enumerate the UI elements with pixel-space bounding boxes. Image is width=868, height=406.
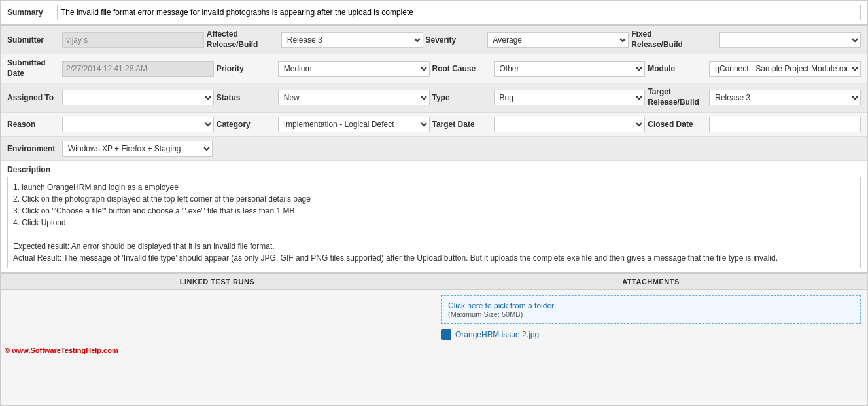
- linked-test-runs-header: LINKED TEST RUNS: [1, 274, 434, 290]
- priority-label: Priority: [217, 64, 275, 73]
- attachment-dropzone[interactable]: Click here to pick from a folder (Maximu…: [441, 295, 861, 324]
- target-release-select[interactable]: Release 3: [709, 90, 861, 105]
- watermark: © www.SoftwareTestingHelp.com: [1, 345, 867, 356]
- category-select[interactable]: Implementation - Logical Defect: [278, 117, 430, 132]
- priority-select[interactable]: Medium: [278, 61, 430, 77]
- environment-select[interactable]: Windows XP + Firefox + Staging: [62, 141, 213, 157]
- linked-test-runs-content: [1, 290, 434, 342]
- summary-row: Summary: [1, 1, 867, 26]
- max-size-text: (Maximum Size: 50MB): [448, 310, 854, 318]
- description-section: Description 1. launch OrangeHRM and logi…: [1, 161, 867, 273]
- target-release-label: Target Release/Build: [648, 87, 706, 107]
- reason-select[interactable]: [62, 117, 214, 132]
- closeddate-input[interactable]: [709, 117, 861, 132]
- targetdate-label: Target Date: [432, 120, 491, 129]
- rootcause-label: Root Cause: [432, 64, 491, 73]
- row-reason: Reason Category Implementation - Logical…: [1, 113, 867, 137]
- type-label: Type: [432, 93, 491, 102]
- status-label: Status: [217, 93, 275, 102]
- bug-report-form: Summary Submitter Affected Release/Build…: [0, 0, 868, 406]
- reason-label: Reason: [7, 120, 60, 129]
- submitter-label: Submitter: [7, 35, 60, 45]
- attachment-filename-link[interactable]: OrangeHRM issue 2.jpg: [455, 330, 539, 339]
- summary-label: Summary: [7, 8, 53, 17]
- category-label: Category: [217, 120, 275, 129]
- submitter-input: [62, 32, 204, 48]
- row-submitted: Submitted Date Priority Medium Root Caus…: [1, 54, 867, 83]
- row-environment: Environment Windows XP + Firefox + Stagi…: [1, 137, 867, 161]
- targetdate-select[interactable]: [494, 117, 646, 132]
- fixed-release-select[interactable]: [719, 32, 861, 48]
- closeddate-label: Closed Date: [648, 120, 706, 129]
- description-label: Description: [7, 165, 861, 174]
- row-assignedto: Assigned To Status New Type Bug Target R…: [1, 83, 867, 112]
- submitted-date-label: Submitted Date: [7, 58, 60, 79]
- module-label: Module: [648, 64, 706, 73]
- severity-label: Severity: [426, 35, 485, 45]
- status-select[interactable]: New: [278, 90, 430, 105]
- row-submitter: Submitter Affected Release/Build Release…: [1, 26, 867, 54]
- attachments-panel: ATTACHMENTS Click here to pick from a fo…: [434, 274, 867, 345]
- affected-release-select[interactable]: Release 3: [281, 32, 423, 48]
- bottom-panels: LINKED TEST RUNS ATTACHMENTS Click here …: [1, 273, 867, 345]
- file-icon: [441, 329, 451, 340]
- attachments-content: Click here to pick from a folder (Maximu…: [434, 290, 867, 345]
- affected-release-label: Affected Release/Build: [207, 29, 279, 50]
- linked-test-runs-panel: LINKED TEST RUNS: [1, 274, 434, 345]
- summary-input[interactable]: [57, 5, 861, 20]
- attachments-header: ATTACHMENTS: [434, 274, 867, 290]
- assignedto-select[interactable]: [62, 90, 214, 105]
- environment-label: Environment: [7, 144, 60, 153]
- module-select[interactable]: qConnect - Sample Project Module root: [709, 61, 861, 77]
- attachment-item: OrangeHRM issue 2.jpg: [441, 329, 861, 340]
- pick-from-folder-link[interactable]: Click here to pick from a folder: [448, 301, 554, 310]
- fixed-release-label: Fixed Release/Build: [631, 29, 716, 50]
- assignedto-label: Assigned To: [7, 93, 60, 102]
- type-select[interactable]: Bug: [494, 90, 646, 105]
- rootcause-select[interactable]: Other: [494, 61, 646, 77]
- description-content: 1. launch OrangeHRM and login as a emplo…: [7, 177, 861, 268]
- submitted-date-input: [62, 61, 214, 77]
- severity-select[interactable]: Average: [487, 32, 629, 48]
